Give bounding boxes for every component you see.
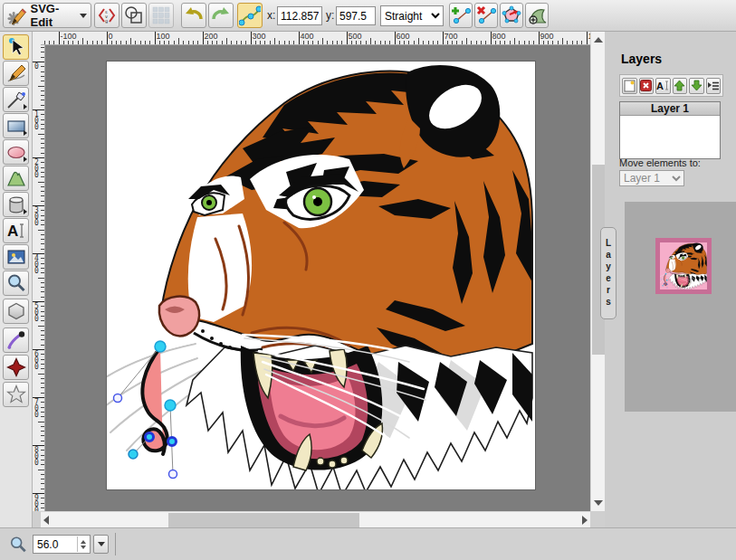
rectangle-icon bbox=[6, 116, 26, 136]
scroll-down-arrow-icon[interactable] bbox=[594, 500, 603, 506]
svgedit-logo-icon bbox=[7, 5, 27, 26]
svg-canvas[interactable] bbox=[107, 62, 535, 489]
path-shape-icon bbox=[6, 168, 26, 188]
node-x-label: x: bbox=[267, 9, 275, 22]
vertical-ruler: 01 0 02 0 03 0 04 0 05 0 06 0 07 0 08 0 … bbox=[33, 45, 45, 511]
new-layer-button[interactable] bbox=[622, 78, 637, 94]
layer-down-icon bbox=[691, 80, 703, 91]
pen-line-icon bbox=[6, 90, 26, 109]
bottom-toolbar bbox=[0, 527, 736, 560]
workarea[interactable] bbox=[45, 45, 590, 511]
source-code-icon: s v g bbox=[97, 5, 117, 25]
eyedropper-icon bbox=[6, 330, 26, 350]
pencil-tool-button[interactable] bbox=[3, 61, 29, 86]
zoom-spinner[interactable] bbox=[77, 536, 89, 552]
rectangle-tool-button[interactable] bbox=[3, 113, 29, 138]
top-toolbar: SVG-Edit s v g bbox=[0, 0, 736, 32]
chevron-down-icon bbox=[80, 14, 87, 18]
image-tool-button[interactable] bbox=[3, 244, 29, 270]
wireframe-mode-button[interactable] bbox=[121, 3, 147, 28]
delete-layer-button[interactable] bbox=[639, 78, 655, 94]
zoom-level-input[interactable] bbox=[33, 536, 77, 553]
shape-library-button[interactable] bbox=[3, 192, 29, 217]
delete-layer-icon bbox=[640, 80, 652, 91]
segment-type-select[interactable]: Straight bbox=[380, 5, 444, 26]
rename-layer-icon: A bbox=[656, 80, 669, 91]
select-tool-button[interactable] bbox=[3, 34, 29, 60]
zoom-preset-dropdown-button[interactable] bbox=[93, 535, 109, 554]
delete-node-icon bbox=[476, 5, 496, 25]
line-tool-button[interactable] bbox=[3, 87, 29, 112]
delete-node-button[interactable] bbox=[474, 3, 498, 28]
move-elements-select[interactable]: Layer 1 bbox=[619, 170, 684, 186]
spinner-down-icon[interactable] bbox=[81, 546, 86, 549]
scroll-up-arrow-icon[interactable] bbox=[594, 37, 603, 43]
layer-thumbnail[interactable] bbox=[655, 238, 712, 294]
main-menu-label: SVG-Edit bbox=[31, 2, 77, 29]
layer-up-icon bbox=[674, 80, 685, 91]
scroll-left-arrow-icon[interactable] bbox=[43, 516, 49, 525]
layer-thumbnail-image bbox=[660, 242, 707, 289]
add-node-icon bbox=[451, 5, 471, 25]
undo-button[interactable] bbox=[181, 3, 206, 28]
magnifier-icon bbox=[6, 273, 26, 293]
open-close-path-button[interactable] bbox=[500, 3, 523, 28]
add-subpath-button[interactable] bbox=[525, 3, 549, 28]
hexagon-icon bbox=[6, 301, 26, 321]
svg-text:A: A bbox=[7, 223, 18, 240]
new-layer-icon bbox=[624, 80, 636, 92]
layers-panel-toggle-tab[interactable]: Layers bbox=[600, 227, 617, 319]
redo-button[interactable] bbox=[208, 3, 234, 28]
svg-edit-window: SVG-Edit s v g bbox=[0, 0, 736, 560]
view-grid-button[interactable] bbox=[148, 3, 174, 28]
cross-diamond-icon bbox=[6, 357, 26, 377]
node-y-input[interactable] bbox=[336, 6, 376, 25]
ellipse-tool-button[interactable] bbox=[3, 139, 29, 165]
add-subpath-icon bbox=[527, 5, 547, 25]
wireframe-icon bbox=[124, 5, 144, 25]
rename-layer-button[interactable]: A bbox=[655, 78, 671, 94]
horizontal-scrollbar[interactable] bbox=[41, 511, 590, 527]
grid-icon bbox=[152, 6, 170, 24]
layer-row-selected[interactable]: Layer 1 bbox=[620, 102, 720, 116]
canvas-artwork-tiger bbox=[107, 62, 535, 489]
layer-list: Layer 1 bbox=[619, 101, 721, 159]
path-nodes-icon bbox=[239, 5, 261, 26]
image-icon bbox=[6, 247, 26, 267]
layer-preview-area bbox=[625, 202, 736, 412]
zoom-tool-button[interactable] bbox=[3, 271, 29, 296]
layers-panel: Layers Layers A bbox=[605, 32, 736, 527]
main-menu-button[interactable]: SVG-Edit bbox=[3, 3, 91, 28]
star-tool-button[interactable] bbox=[3, 382, 29, 407]
cylinder-icon bbox=[6, 195, 26, 214]
text-icon: A bbox=[6, 221, 26, 241]
horizontal-scrollbar-thumb[interactable] bbox=[168, 513, 359, 527]
ruler-corner bbox=[33, 32, 41, 45]
text-tool-button[interactable]: A bbox=[3, 218, 29, 243]
zoom-icon bbox=[9, 536, 27, 554]
move-layer-up-button[interactable] bbox=[673, 78, 688, 94]
zoom-level-field bbox=[33, 535, 91, 554]
star-icon bbox=[6, 384, 26, 404]
layers-panel-title: Layers bbox=[621, 52, 662, 66]
scroll-right-arrow-icon[interactable] bbox=[582, 516, 588, 525]
edit-source-button[interactable]: s v g bbox=[94, 3, 119, 28]
open-path-icon bbox=[502, 5, 521, 25]
node-y-label: y: bbox=[326, 9, 334, 22]
shape-cross-tool-button[interactable] bbox=[3, 355, 29, 380]
move-layer-down-button[interactable] bbox=[689, 78, 704, 94]
layer-buttons-row: A bbox=[619, 74, 723, 97]
svg-text:A: A bbox=[656, 81, 664, 91]
link-control-points-toggle[interactable] bbox=[237, 3, 263, 28]
svg-text:g: g bbox=[105, 18, 108, 24]
node-x-input[interactable] bbox=[277, 6, 322, 25]
select-cursor-icon bbox=[6, 37, 26, 57]
path-tool-button[interactable] bbox=[3, 166, 29, 191]
spinner-up-icon[interactable] bbox=[81, 540, 86, 544]
polygon-tool-button[interactable] bbox=[3, 299, 29, 324]
selected-path-edit-overlay[interactable] bbox=[114, 341, 177, 479]
ellipse-icon bbox=[6, 142, 26, 162]
layer-more-options-button[interactable] bbox=[706, 78, 722, 94]
eyedropper-tool-button[interactable] bbox=[3, 327, 29, 353]
clone-node-button[interactable] bbox=[449, 3, 473, 28]
